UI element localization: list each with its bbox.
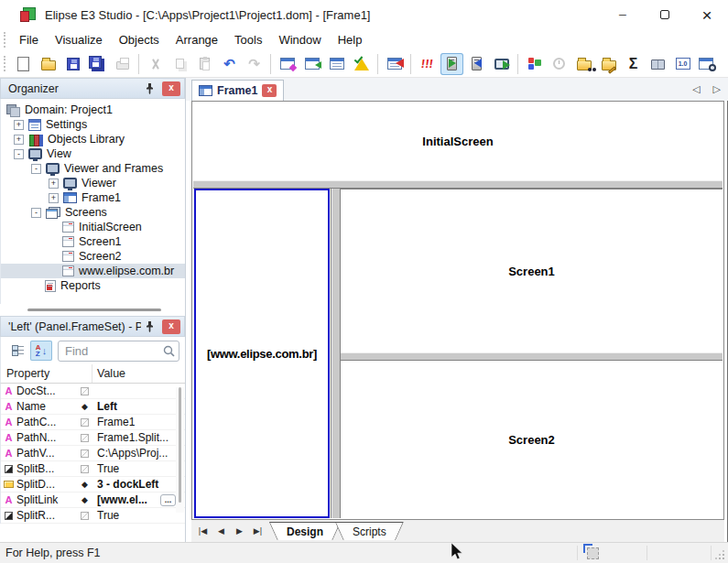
last-sheet-icon[interactable] (250, 525, 266, 538)
cut-icon[interactable] (144, 53, 167, 75)
property-value[interactable]: C:\Apps\Proj... (92, 447, 185, 460)
property-value[interactable]: True (92, 462, 185, 475)
organizer-close-button[interactable] (162, 81, 180, 96)
tree-item-settings[interactable]: +Settings (1, 117, 185, 132)
domain-options-icon[interactable] (383, 53, 406, 75)
tree-item-www-elipse[interactable]: www.elipse.com.br (1, 264, 185, 278)
tree-item-viewer-and-frames[interactable]: -Viewer and Frames (1, 161, 185, 176)
property-row[interactable]: DocSt... (1, 384, 185, 399)
tab-design[interactable]: Design (269, 522, 341, 540)
tab-scripts[interactable]: Scripts (335, 522, 404, 540)
paste-icon[interactable] (193, 53, 216, 75)
first-sheet-icon[interactable] (195, 525, 211, 538)
menu-grip[interactable] (4, 32, 5, 48)
save-icon[interactable] (61, 53, 84, 75)
categorized-view-button[interactable] (6, 341, 28, 361)
sum-icon[interactable]: Σ (622, 53, 645, 75)
print-icon[interactable] (111, 53, 134, 75)
properties-close-button[interactable] (162, 319, 180, 334)
property-row[interactable]: SplitD...3 - dockLeft (1, 477, 185, 493)
tab-close-button[interactable] (262, 84, 277, 97)
organizer-icon[interactable] (523, 53, 546, 75)
property-value[interactable]: True (92, 509, 185, 522)
property-row[interactable]: NameLeft (1, 399, 185, 415)
new-icon[interactable] (12, 53, 35, 75)
open-icon[interactable] (37, 53, 60, 75)
window-zoom-icon[interactable] (696, 53, 719, 75)
insert-screen-icon[interactable] (276, 53, 299, 75)
close-button[interactable] (686, 0, 728, 29)
scrollbar-thumb[interactable] (179, 387, 181, 503)
import-screen-icon[interactable] (300, 53, 323, 75)
previous-sheet-icon[interactable] (213, 525, 229, 538)
expand-icon[interactable]: + (14, 120, 24, 130)
find-input[interactable] (65, 344, 163, 358)
horizontal-splitter[interactable] (341, 352, 723, 361)
pin-icon[interactable] (141, 81, 158, 96)
scrollbar-thumb[interactable] (27, 309, 161, 311)
property-value[interactable]: Frame1.Split... (92, 431, 185, 444)
menu-help[interactable]: Help (330, 29, 371, 50)
pin-icon[interactable] (141, 319, 158, 334)
frame-screen1[interactable]: Screen1 (341, 189, 723, 352)
redo-icon[interactable]: ↷ (243, 53, 266, 75)
expand-icon[interactable]: + (14, 135, 24, 145)
tree-item-screen2[interactable]: Screen2 (1, 249, 185, 264)
expand-icon[interactable]: + (49, 193, 59, 203)
property-row[interactable]: PathV...C:\Apps\Proj... (1, 446, 185, 461)
frame-screen2[interactable]: Screen2 (341, 361, 723, 518)
properties-vertical-scrollbar[interactable] (176, 387, 184, 513)
toolbar-grip[interactable] (4, 56, 5, 71)
tree-item-frame1[interactable]: +Frame1 (1, 190, 185, 205)
expand-icon[interactable]: + (49, 179, 59, 189)
resize-grip[interactable] (723, 558, 724, 559)
collapse-icon[interactable]: - (31, 208, 41, 218)
menu-file[interactable]: File (11, 29, 47, 50)
tree-item-objects-library[interactable]: +Objects Library (1, 132, 185, 146)
menu-tools[interactable]: Tools (226, 29, 270, 50)
frame-initialscreen[interactable]: InitialScreen (193, 103, 723, 180)
next-sheet-icon[interactable] (232, 525, 247, 538)
tab-scroll-left-icon[interactable] (692, 84, 700, 94)
vertical-splitter[interactable] (331, 189, 341, 518)
property-row[interactable]: SplitLink[www.el...... (1, 493, 185, 508)
property-value[interactable]: Left (92, 400, 185, 413)
collapse-icon[interactable]: - (14, 149, 24, 159)
documentation-icon[interactable] (647, 53, 669, 75)
maximize-button[interactable] (644, 0, 686, 29)
property-row[interactable]: SplitR...True (1, 508, 185, 524)
critical-alarms-icon[interactable]: !!! (416, 53, 439, 75)
tree-horizontal-scrollbar[interactable] (0, 304, 185, 316)
value-column-header[interactable]: Value (92, 367, 185, 380)
tab-frame1[interactable]: Frame1 (191, 80, 284, 101)
tree-item-viewer[interactable]: +Viewer (1, 176, 185, 190)
minimize-button[interactable] (602, 0, 644, 29)
tree-item-initialscreen[interactable]: InitialScreen (1, 220, 185, 234)
property-row[interactable]: PathC...Frame1 (1, 415, 185, 430)
run-application-icon[interactable] (440, 53, 463, 75)
watch-icon[interactable] (548, 53, 570, 75)
menu-window[interactable]: Window (270, 29, 329, 50)
find-in-domain-icon[interactable] (572, 53, 595, 75)
property-row[interactable]: SplitB...True (1, 461, 185, 477)
run-studio-icon[interactable] (465, 53, 488, 75)
property-row[interactable]: PathN...Frame1.Split... (1, 430, 185, 446)
ellipsis-button[interactable]: ... (160, 494, 176, 506)
run-viewer-icon[interactable] (490, 53, 513, 75)
save-all-icon[interactable] (86, 53, 109, 75)
decimal-places-icon[interactable] (671, 53, 694, 75)
tree-item-reports[interactable]: Reports (1, 278, 185, 293)
property-value[interactable]: [www.el...... (92, 493, 185, 506)
copy-icon[interactable] (168, 53, 191, 75)
screen-gallery-icon[interactable] (325, 53, 348, 75)
menu-arrange[interactable]: Arrange (168, 29, 226, 50)
undo-icon[interactable]: ↶ (218, 53, 241, 75)
collapse-icon[interactable]: - (31, 164, 41, 174)
horizontal-splitter[interactable] (193, 180, 723, 189)
tree-item-domain[interactable]: Domain: Project1 (1, 103, 185, 117)
tree-item-screen1[interactable]: Screen1 (1, 234, 185, 249)
frame-left-selected[interactable]: [www.elipse.com.br] (194, 189, 330, 518)
tree-item-screens[interactable]: -Screens (1, 205, 185, 220)
property-column-header[interactable]: Property (1, 364, 92, 383)
menu-visualize[interactable]: Visualize (47, 29, 111, 50)
